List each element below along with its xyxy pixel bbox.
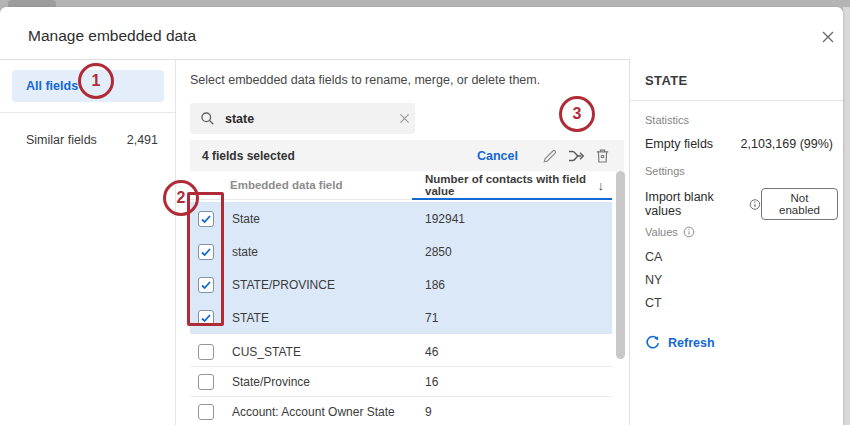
row-checkbox-unchecked[interactable] (198, 344, 214, 360)
field-count: 186 (425, 278, 612, 292)
search-input[interactable] (225, 112, 399, 126)
import-blank-status-button[interactable]: Not enabled (761, 188, 838, 220)
pencil-icon (542, 148, 558, 164)
table-row[interactable]: Account: Account Owner State 9 (190, 397, 612, 425)
background-tab-artifact (8, 0, 56, 7)
field-name: Account: Account Owner State (232, 405, 425, 419)
table-row[interactable]: State 192941 (190, 202, 612, 235)
field-count: 71 (425, 311, 612, 325)
empty-fields-label: Empty fields (645, 137, 713, 151)
similar-fields-label: Similar fields (26, 133, 97, 147)
value-item: CA (645, 250, 662, 264)
sorted-column-indicator (412, 198, 612, 200)
empty-fields-value: 2,103,169 (99%) (741, 137, 833, 151)
sidebar-item-similar-fields[interactable]: Similar fields 2,491 (12, 131, 164, 149)
sidebar-divider (175, 59, 176, 425)
info-icon (749, 198, 761, 211)
field-count: 16 (425, 375, 612, 389)
annotation-step-2: 2 (163, 180, 199, 216)
refresh-label: Refresh (668, 336, 715, 350)
table-row[interactable]: STATE 71 (190, 301, 612, 334)
field-name: STATE/PROVINCE (232, 278, 425, 292)
values-section-label: Values (645, 226, 695, 238)
field-count: 9 (425, 405, 612, 419)
clear-icon (399, 113, 410, 124)
column-header-field: Embedded data field (190, 179, 425, 191)
sort-descending-icon[interactable]: ↓ (598, 178, 613, 193)
statistics-section-label: Statistics (645, 114, 689, 126)
table-row[interactable]: state 2850 (190, 235, 612, 268)
trash-icon (595, 148, 610, 164)
refresh-values-button[interactable]: Refresh (645, 335, 715, 350)
field-count: 2850 (425, 245, 612, 259)
annotation-step-1: 1 (78, 63, 114, 99)
field-name: STATE (232, 311, 425, 325)
instruction-text: Select embedded data fields to rename, m… (190, 73, 540, 87)
column-header-count[interactable]: Number of contacts with field value (425, 173, 598, 197)
panel-divider (629, 59, 630, 425)
details-panel-divider (630, 100, 843, 101)
close-button[interactable] (816, 25, 840, 49)
table-scrollbar-thumb[interactable] (616, 171, 625, 359)
row-checkbox-unchecked[interactable] (198, 374, 214, 390)
table-row[interactable]: STATE/PROVINCE 186 (190, 268, 612, 301)
table-row[interactable]: CUS_STATE 46 (190, 337, 612, 367)
row-checkbox-unchecked[interactable] (198, 404, 214, 420)
info-icon (683, 226, 695, 238)
import-blank-values-label: Import blank values (645, 190, 761, 218)
value-item: NY (645, 273, 662, 287)
table-row[interactable]: State/Province 16 (190, 367, 612, 397)
settings-section-label: Settings (645, 165, 685, 177)
rename-button[interactable] (538, 145, 562, 167)
search-icon (200, 111, 215, 126)
selection-action-bar: 4 fields selected Cancel (190, 140, 624, 171)
close-icon (821, 30, 835, 44)
sidebar-horizontal-divider (0, 112, 175, 113)
background-top-strip (0, 0, 850, 7)
dialog-title: Manage embedded data (28, 27, 196, 45)
import-blank-values-setting: Import blank values Not enabled (645, 188, 838, 220)
background-right-strip (843, 7, 850, 425)
merge-button[interactable] (564, 145, 588, 167)
annotation-step-3: 3 (559, 96, 595, 132)
all-fields-label: All fields (26, 79, 78, 93)
manage-embedded-data-dialog: Manage embedded data All fields Similar … (0, 0, 850, 425)
search-box[interactable] (190, 103, 415, 134)
cancel-selection-button[interactable]: Cancel (477, 149, 518, 163)
value-item: CT (645, 296, 662, 310)
empty-fields-stat: Empty fields 2,103,169 (99%) (645, 137, 833, 151)
fields-selected-count: 4 fields selected (202, 149, 295, 163)
field-name: CUS_STATE (232, 345, 425, 359)
field-name: State/Province (232, 375, 425, 389)
details-panel-title: STATE (645, 73, 688, 88)
table-header-row: Embedded data field Number of contacts w… (190, 171, 612, 200)
field-name: State (232, 212, 425, 226)
delete-button[interactable] (590, 145, 614, 167)
field-name: state (232, 245, 425, 259)
field-count: 192941 (425, 212, 612, 226)
dialog-window: Manage embedded data All fields Similar … (0, 7, 843, 425)
annotation-rect-checkboxes (187, 192, 224, 326)
search-clear-button[interactable] (399, 113, 410, 124)
similar-fields-count: 2,491 (127, 133, 158, 147)
header-divider (0, 59, 629, 60)
refresh-icon (645, 335, 660, 350)
field-count: 46 (425, 345, 612, 359)
merge-icon (568, 148, 585, 164)
